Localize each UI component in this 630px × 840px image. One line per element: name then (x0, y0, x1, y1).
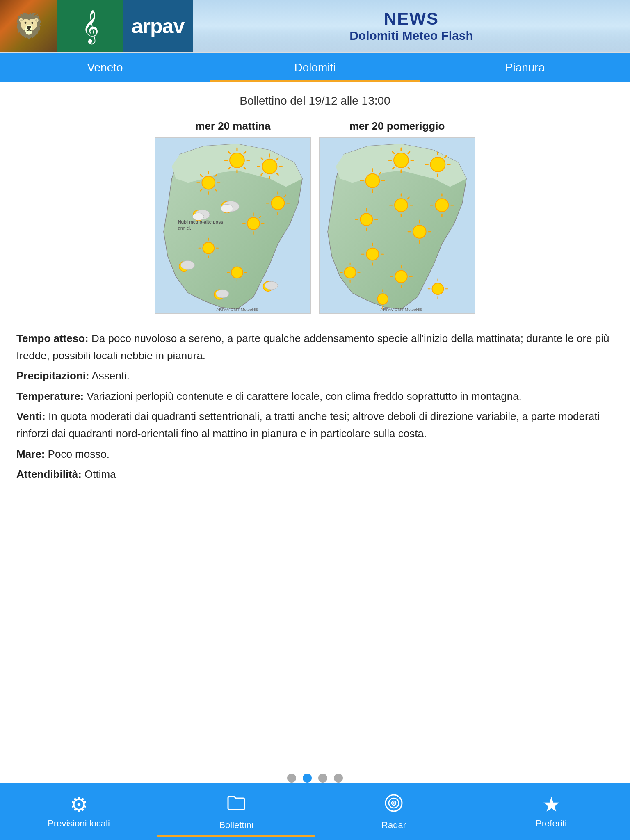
svg-point-117 (345, 267, 356, 278)
preferiti-label: Preferiti (536, 818, 567, 829)
previsioni-locali-label: Previsioni locali (48, 818, 110, 829)
svg-point-43 (193, 213, 204, 220)
attendibilita-label: Attendibilità: (16, 468, 82, 480)
bottom-nav: ⚙ Previsioni locali Bollettini Radar ★ P… (0, 783, 630, 840)
map-afternoon: mer 20 pomeriggio (319, 120, 475, 314)
svg-point-127 (432, 283, 444, 294)
main-content: Bollettino del 19/12 alle 13:00 mer 20 m… (0, 82, 630, 779)
nav-preferiti[interactable]: ★ Preferiti (472, 794, 630, 829)
mare: Mare: Poco mosso. (16, 446, 614, 463)
nav-previsioni-locali[interactable]: ⚙ Previsioni locali (0, 794, 158, 829)
svg-point-14 (262, 159, 277, 174)
precipitazioni: Precipitazioni: Assenti. (16, 368, 614, 385)
tempo-atteso-label: Tempo atteso: (16, 332, 89, 345)
svg-point-85 (365, 174, 379, 188)
gear-icon: ⚙ (70, 794, 88, 815)
arpav-brand: arpav (123, 0, 193, 52)
header-left-brand: 𝄞 arpav (0, 0, 193, 52)
svg-point-63 (216, 290, 229, 298)
svg-point-40 (221, 204, 233, 212)
dot-2[interactable] (303, 774, 312, 783)
arpav-text: arpav (132, 14, 184, 38)
dot-1[interactable] (287, 774, 296, 783)
map-afternoon-image: ARPAV-CMT-MeteoNE (319, 137, 475, 314)
svg-point-44 (247, 217, 260, 230)
svg-point-96 (395, 199, 408, 212)
pagination (0, 774, 630, 783)
weather-text: Tempo atteso: Da poco nuvoloso a sereno,… (16, 330, 614, 483)
mare-text: Poco mosso. (48, 448, 110, 460)
svg-point-122 (395, 270, 407, 283)
map-afternoon-title: mer 20 pomeriggio (349, 120, 445, 132)
harp-icon: 𝄞 (82, 12, 99, 41)
svg-text:ARPAV-CMT-MeteoNE: ARPAV-CMT-MeteoNE (217, 307, 258, 312)
tab-pianura[interactable]: Pianura (420, 53, 630, 82)
tempo-atteso-text: Da poco nuvoloso a sereno, a parte qualc… (16, 332, 609, 362)
tab-veneto[interactable]: Veneto (0, 53, 210, 82)
nav-bollettini[interactable]: Bollettini (158, 793, 315, 831)
nav-tabs: Veneto Dolomiti Pianura (0, 53, 630, 82)
svg-point-32 (272, 196, 285, 210)
svg-point-79 (431, 157, 445, 172)
svg-point-102 (360, 213, 372, 226)
lion-logo (0, 0, 57, 52)
svg-point-65 (265, 281, 278, 290)
svg-point-132 (377, 294, 388, 304)
maps-container: mer 20 mattina (16, 120, 614, 314)
news-subtitle: Dolomiti Meteo Flash (349, 29, 473, 43)
svg-point-141 (393, 802, 395, 804)
venti-label: Venti: (16, 410, 46, 422)
svg-point-57 (231, 267, 243, 278)
map-morning-title: mer 20 mattina (195, 120, 271, 132)
dot-3[interactable] (318, 774, 327, 783)
temperature: Temperature: Variazioni perlopiù contenu… (16, 388, 614, 405)
map-morning-image: Nubi medio-alte poss. ann.cl. (155, 137, 311, 314)
mare-label: Mare: (16, 448, 45, 460)
tempo-atteso: Tempo atteso: Da poco nuvoloso a sereno,… (16, 330, 614, 364)
tab-dolomiti[interactable]: Dolomiti (210, 53, 420, 82)
venti: Venti: In quota moderati dai quadranti s… (16, 408, 614, 442)
svg-point-107 (413, 225, 426, 238)
dot-4[interactable] (334, 774, 343, 783)
bulletin-date: Bollettino del 19/12 alle 13:00 (16, 94, 614, 107)
svg-point-112 (366, 248, 379, 260)
svg-point-50 (203, 242, 214, 254)
nav-radar[interactable]: Radar (315, 793, 472, 831)
svg-text:ARPAV-CMT-MeteoNE: ARPAV-CMT-MeteoNE (381, 307, 422, 312)
bollettini-label: Bollettini (219, 820, 253, 831)
svg-point-70 (394, 153, 409, 168)
folder-icon (226, 793, 247, 817)
temperature-text: Variazioni perlopiù contenute e di carat… (87, 390, 521, 402)
news-title: NEWS (384, 9, 439, 28)
precipitazioni-label: Precipitazioni: (16, 370, 89, 382)
svg-point-5 (230, 153, 244, 168)
header-right-news: NEWS Dolomiti Meteo Flash (193, 0, 630, 52)
map-morning: mer 20 mattina (155, 120, 311, 314)
venti-text: In quota moderati dai quadranti settentr… (16, 410, 600, 440)
harp-logo: 𝄞 (57, 0, 123, 52)
header: 𝄞 arpav NEWS Dolomiti Meteo Flash (0, 0, 630, 53)
temperature-label: Temperature: (16, 390, 84, 402)
attendibilita-text: Ottima (84, 468, 116, 480)
svg-point-56 (181, 261, 195, 270)
attendibilita: Attendibilità: Ottima (16, 466, 614, 483)
star-icon: ★ (542, 794, 561, 815)
svg-point-91 (436, 199, 449, 212)
svg-text:ann.cl.: ann.cl. (178, 226, 191, 231)
svg-point-23 (202, 176, 215, 189)
radar-label: Radar (381, 820, 406, 831)
precipitazioni-text: Assenti. (92, 370, 130, 382)
radar-icon (383, 793, 404, 817)
